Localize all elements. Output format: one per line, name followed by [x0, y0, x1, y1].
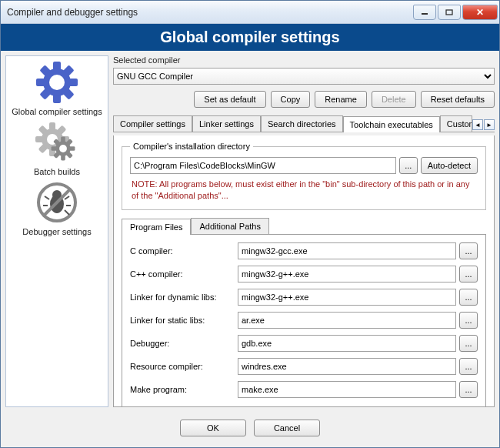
debugger-input[interactable] — [238, 335, 456, 352]
c-compiler-input[interactable] — [238, 242, 456, 259]
svg-point-11 — [49, 75, 65, 90]
make-program-label: Make program: — [130, 385, 235, 394]
debugger-browse[interactable]: ... — [459, 335, 478, 352]
auto-detect-button[interactable]: Auto-detect — [421, 157, 478, 174]
cpp-compiler-label: C++ compiler: — [130, 269, 235, 279]
inner-tab-program-files[interactable]: Program Files — [122, 219, 191, 235]
gear-icon — [35, 61, 78, 104]
install-dir-legend: Compiler's installation directory — [130, 142, 253, 151]
titlebar[interactable]: Compiler and debugger settings ✕ — [1, 1, 499, 24]
tab-linker-settings[interactable]: Linker settings — [192, 115, 261, 132]
svg-point-31 — [59, 145, 67, 152]
reset-defaults-button[interactable]: Reset defaults — [421, 91, 495, 108]
static-linker-browse[interactable]: ... — [459, 312, 478, 329]
sidebar-item-label: Debugger settings — [22, 227, 91, 236]
c-compiler-browse[interactable]: ... — [459, 242, 478, 259]
dialog-footer: OK Cancel — [1, 412, 499, 447]
delete-button: Delete — [372, 91, 416, 108]
install-dir-input[interactable] — [130, 157, 396, 174]
make-program-browse[interactable]: ... — [459, 381, 478, 398]
tab-toolchain-executables[interactable]: Toolchain executables — [343, 116, 440, 132]
maximize-button[interactable] — [438, 5, 461, 20]
svg-line-36 — [65, 196, 69, 199]
cpp-compiler-input[interactable] — [238, 266, 456, 283]
selected-compiler-label: Selected compiler — [113, 55, 495, 65]
inner-tab-additional-paths[interactable]: Additional Paths — [191, 218, 269, 234]
make-program-input[interactable] — [238, 381, 456, 398]
main-tabbar: Compiler settings Linker settings Search… — [113, 115, 495, 132]
compiler-select[interactable]: GNU GCC Compiler — [113, 68, 495, 85]
static-linker-input[interactable] — [238, 312, 456, 329]
svg-point-34 — [53, 191, 61, 199]
batch-icon — [35, 121, 78, 164]
sidebar-item-debugger[interactable]: Debugger settings — [8, 181, 106, 236]
dyn-linker-browse[interactable]: ... — [459, 289, 478, 306]
bug-icon — [35, 181, 78, 224]
install-dir-fieldset: Compiler's installation directory ... Au… — [122, 142, 486, 210]
tab-search-directories[interactable]: Search directories — [261, 115, 343, 132]
c-compiler-label: C compiler: — [130, 246, 235, 256]
cpp-compiler-browse[interactable]: ... — [459, 266, 478, 283]
sidebar-item-global-compiler[interactable]: Global compiler settings — [8, 61, 106, 116]
program-files-panel: C compiler:... C++ compiler:... Linker f… — [122, 235, 486, 407]
dyn-linker-input[interactable] — [238, 289, 456, 306]
copy-button[interactable]: Copy — [271, 91, 311, 108]
set-default-button[interactable]: Set as default — [194, 91, 265, 108]
inner-tabbar: Program Files Additional Paths — [122, 218, 486, 235]
svg-line-35 — [45, 196, 49, 199]
sidebar-item-label: Global compiler settings — [12, 107, 102, 116]
sidebar-item-batch-builds[interactable]: Batch builds — [8, 121, 106, 176]
resource-compiler-input[interactable] — [238, 358, 456, 375]
tab-scroll-right[interactable]: ► — [484, 119, 495, 130]
minimize-button[interactable] — [413, 5, 436, 20]
static-linker-label: Linker for static libs: — [130, 316, 235, 325]
resource-compiler-label: Resource compiler: — [130, 362, 235, 371]
tab-scroll-left[interactable]: ◄ — [472, 119, 483, 130]
sidebar-item-label: Batch builds — [34, 167, 80, 176]
sidebar: Global compiler settings — [5, 55, 108, 407]
svg-line-40 — [65, 210, 69, 215]
ok-button[interactable]: OK — [180, 420, 246, 436]
window-title: Compiler and debugger settings — [7, 7, 412, 18]
close-button[interactable]: ✕ — [462, 5, 498, 20]
debugger-label: Debugger: — [130, 339, 235, 348]
resource-compiler-browse[interactable]: ... — [459, 358, 478, 375]
banner-title: Global compiler settings — [1, 24, 499, 51]
cancel-button[interactable]: Cancel — [254, 420, 320, 436]
tab-content: Compiler's installation directory ... Au… — [113, 135, 495, 407]
svg-rect-1 — [446, 10, 452, 15]
svg-rect-0 — [422, 13, 428, 15]
tab-compiler-settings[interactable]: Compiler settings — [113, 115, 192, 132]
rename-button[interactable]: Rename — [315, 91, 367, 108]
install-dir-note: NOTE: All programs below, must exist eit… — [132, 179, 476, 202]
dyn-linker-label: Linker for dynamic libs: — [130, 293, 235, 302]
tab-custom-vars[interactable]: Custom va — [440, 115, 472, 132]
browse-button[interactable]: ... — [399, 157, 418, 174]
